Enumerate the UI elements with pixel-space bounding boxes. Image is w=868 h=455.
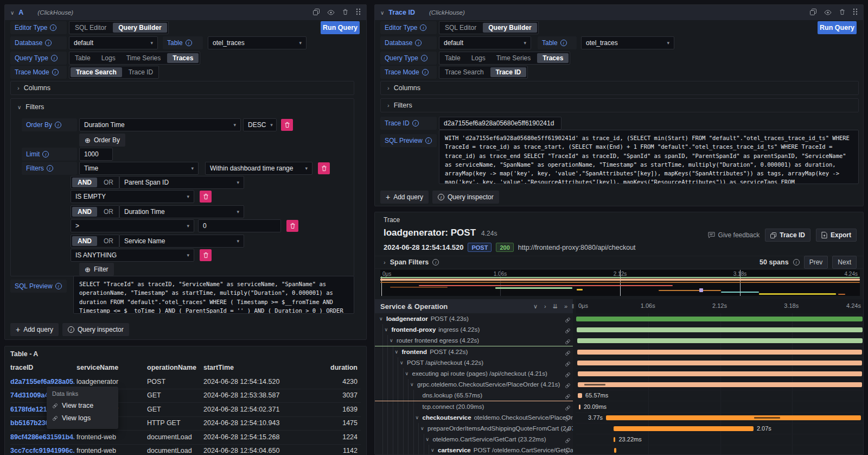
chevron-down-icon[interactable]: ∨ bbox=[395, 349, 402, 355]
filter-field-select[interactable]: Parent Span ID▾ bbox=[119, 176, 244, 189]
trace-mode-toggle[interactable]: Trace Search Trace ID bbox=[439, 66, 528, 79]
span-row[interactable]: ∨loadgeneratorPOST (4.23s) bbox=[375, 313, 863, 325]
editor-type-toggle[interactable]: SQL Editor Query Builder bbox=[439, 21, 539, 34]
span-duration-bar[interactable] bbox=[577, 327, 863, 332]
info-icon[interactable]: i bbox=[421, 55, 427, 61]
span-duration-bar[interactable] bbox=[606, 415, 861, 420]
span-bar-cell[interactable]: 20.09ms bbox=[576, 401, 863, 413]
span-duration-bar[interactable] bbox=[579, 405, 580, 409]
trace-mode-id[interactable]: Trace ID bbox=[490, 67, 527, 77]
chevron-down-icon[interactable]: ∨ bbox=[379, 316, 386, 321]
filter-operator-select[interactable]: >▾ bbox=[71, 219, 194, 232]
and-option[interactable]: AND bbox=[72, 236, 97, 246]
span-row[interactable]: ∨checkoutserviceoteldemo.CheckoutService… bbox=[375, 412, 863, 424]
info-icon[interactable]: i bbox=[42, 151, 49, 157]
span-duration-bar[interactable] bbox=[614, 437, 616, 442]
drag-handle-icon[interactable] bbox=[356, 8, 361, 17]
span-name-cell[interactable]: ∨checkoutserviceoteldemo.CheckoutService… bbox=[375, 412, 573, 424]
span-filters-label[interactable]: Span Filters bbox=[390, 258, 429, 266]
sql-preview[interactable]: WITH 'd2a7155ef6a928a05680e5ff6190241d' … bbox=[439, 130, 859, 184]
and-or-toggle[interactable]: ANDOR bbox=[71, 205, 119, 218]
col-duration[interactable]: duration bbox=[330, 364, 358, 371]
chevron-down-icon[interactable]: ∨ bbox=[420, 426, 427, 431]
span-link-icon[interactable] bbox=[565, 359, 571, 369]
table-select[interactable]: otel_traces▾ bbox=[208, 36, 307, 49]
col-servicename[interactable]: serviceName bbox=[76, 364, 118, 371]
duplicate-icon[interactable] bbox=[810, 8, 816, 17]
span-row[interactable]: ∨POST /api/checkout (4.22s) bbox=[375, 357, 863, 369]
query-type-logs[interactable]: Logs bbox=[466, 52, 491, 64]
give-feedback-button[interactable]: Give feedback bbox=[708, 231, 760, 239]
add-filter-button[interactable]: ⊕Filter bbox=[79, 263, 114, 276]
span-duration-bar[interactable] bbox=[577, 361, 862, 365]
info-icon[interactable]: i bbox=[52, 69, 59, 75]
query-inspector-button[interactable]: iQuery inspector bbox=[62, 323, 129, 336]
col-starttime[interactable]: startTime bbox=[203, 364, 234, 371]
minimap-range-marker[interactable] bbox=[620, 270, 621, 296]
and-or-toggle[interactable]: ANDOR bbox=[71, 176, 119, 189]
query-type-traces[interactable]: Traces bbox=[537, 53, 569, 63]
span-duration-bar[interactable] bbox=[576, 317, 863, 321]
span-bar-cell[interactable] bbox=[576, 379, 863, 390]
span-duration-bar[interactable] bbox=[578, 371, 863, 376]
trace-mode-search[interactable]: Trace Search bbox=[439, 66, 489, 78]
query-type-toggle[interactable]: Table Logs Time Series Traces bbox=[69, 52, 200, 65]
span-link-icon[interactable] bbox=[565, 436, 571, 445]
eye-icon[interactable] bbox=[327, 8, 335, 17]
info-icon[interactable]: i bbox=[412, 120, 419, 127]
expand-one-icon[interactable]: › bbox=[544, 303, 546, 310]
trace-mode-id[interactable]: Trace ID bbox=[123, 66, 159, 78]
columns-collapse[interactable]: ›Columns bbox=[380, 81, 859, 95]
span-name-cell[interactable]: ∨POST /api/checkout (4.22s) bbox=[375, 357, 573, 369]
query-row-header-a[interactable]: ∨ A (ClickHouse) bbox=[5, 5, 366, 20]
span-duration-bar[interactable] bbox=[578, 393, 582, 398]
info-icon[interactable]: i bbox=[55, 283, 62, 289]
remove-filter-button[interactable] bbox=[200, 249, 212, 261]
filters-collapse[interactable]: ›Filters bbox=[380, 98, 859, 112]
span-duration-bar[interactable] bbox=[614, 448, 616, 453]
trash-icon[interactable] bbox=[342, 8, 348, 17]
col-operationname[interactable]: operationName bbox=[147, 364, 196, 371]
span-link-icon[interactable] bbox=[565, 403, 571, 413]
col-traceid[interactable]: traceID bbox=[10, 364, 33, 371]
filters-collapse[interactable]: ∨Filters bbox=[17, 103, 44, 111]
query-type-table[interactable]: Table bbox=[69, 52, 96, 64]
span-row[interactable]: ∨router frontend egress (4.22s) bbox=[375, 335, 863, 346]
query-type-logs[interactable]: Logs bbox=[96, 52, 121, 64]
span-duration-bar[interactable] bbox=[614, 426, 754, 431]
and-option[interactable]: AND bbox=[72, 178, 97, 187]
span-row[interactable]: ∨executing api route (pages) /api/checko… bbox=[375, 368, 863, 380]
info-icon[interactable]: i bbox=[432, 259, 439, 266]
filter-operator-select[interactable]: IS ANYTHING▾ bbox=[71, 249, 194, 262]
filter-field-select[interactable]: Duration Time▾ bbox=[119, 205, 244, 218]
and-option[interactable]: AND bbox=[72, 207, 97, 217]
info-icon[interactable]: i bbox=[415, 40, 422, 46]
span-bar-cell[interactable] bbox=[576, 368, 863, 380]
query-type-traces[interactable]: Traces bbox=[167, 53, 199, 63]
span-name-cell[interactable]: ∨frontend-proxyingress (4.22s) bbox=[375, 324, 573, 336]
drag-handle-icon[interactable] bbox=[853, 8, 858, 17]
trace-id-input[interactable]: d2a7155ef6a928a05680e5ff6190241d bbox=[439, 117, 561, 130]
span-row[interactable]: tcp.connect (20.09ms)20.09ms bbox=[375, 401, 863, 413]
order-by-direction-select[interactable]: DESC▾ bbox=[243, 118, 277, 131]
collapse-one-icon[interactable]: ∨ bbox=[533, 303, 538, 310]
query-builder-option[interactable]: Query Builder bbox=[113, 23, 167, 33]
span-bar-cell[interactable]: 3.77s bbox=[576, 412, 863, 424]
info-icon[interactable]: i bbox=[50, 24, 56, 31]
span-bar-cell[interactable] bbox=[576, 445, 863, 454]
span-name-cell[interactable]: ∨router frontend egress (4.22s) bbox=[375, 335, 573, 346]
info-icon[interactable]: i bbox=[51, 55, 58, 61]
span-name-cell[interactable]: ∨frontendPOST (4.22s) bbox=[375, 346, 573, 358]
limit-input[interactable]: 1000 bbox=[79, 148, 113, 161]
chevron-down-icon[interactable]: ∨ bbox=[431, 447, 438, 453]
query-builder-option[interactable]: Query Builder bbox=[483, 23, 537, 33]
or-option[interactable]: OR bbox=[98, 176, 119, 188]
eye-icon[interactable] bbox=[824, 8, 832, 17]
span-bar-cell[interactable]: 2.07s bbox=[576, 423, 863, 434]
span-bar-cell[interactable] bbox=[576, 313, 863, 325]
info-icon[interactable]: i bbox=[47, 165, 53, 172]
collapse-all-icon[interactable]: ⇊ bbox=[553, 303, 558, 310]
span-bar-cell[interactable] bbox=[576, 346, 863, 358]
sql-editor-option[interactable]: SQL Editor bbox=[439, 22, 482, 34]
info-icon[interactable]: i bbox=[793, 259, 800, 266]
